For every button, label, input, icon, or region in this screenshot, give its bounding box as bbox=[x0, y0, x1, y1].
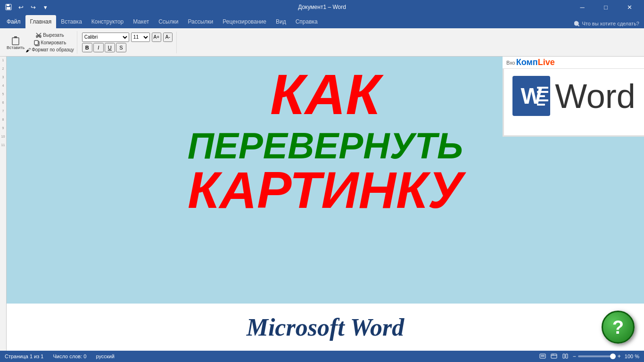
tab-mailings[interactable]: Рассылки bbox=[183, 15, 218, 28]
view-print-icon[interactable] bbox=[539, 353, 546, 360]
tab-layout[interactable]: Макет bbox=[128, 15, 154, 28]
tab-insert[interactable]: Вставка bbox=[56, 15, 87, 28]
zoom-in-icon[interactable]: + bbox=[618, 353, 621, 360]
heading-kartinku: КАРТИНКУ bbox=[188, 164, 463, 216]
view-read-icon[interactable] bbox=[561, 353, 569, 360]
tab-home[interactable]: Главная bbox=[25, 15, 57, 28]
svg-rect-1 bbox=[7, 4, 9, 6]
question-mark-icon: ? bbox=[612, 317, 624, 338]
italic-button[interactable]: I bbox=[93, 43, 104, 52]
ruler-mark-7: 7 bbox=[2, 109, 4, 118]
format-painter-button[interactable]: 🖌 Формат по образцу bbox=[25, 47, 74, 53]
save-icon[interactable] bbox=[4, 2, 13, 12]
ruler-mark-2: 2 bbox=[2, 67, 4, 75]
tab-review[interactable]: Рецензирование bbox=[218, 15, 271, 28]
ruler-mark-8: 8 bbox=[2, 118, 4, 126]
strikethrough-button[interactable]: S bbox=[116, 43, 126, 52]
ruler-mark-10: 10 bbox=[1, 135, 5, 143]
tab-view[interactable]: Вид bbox=[271, 15, 291, 28]
main-canvas: Вхо КомпLive W Word bbox=[7, 57, 644, 351]
minimize-button[interactable]: ─ bbox=[571, 0, 593, 14]
cut-button[interactable]: Вырезать bbox=[35, 32, 64, 39]
close-button[interactable]: ✕ bbox=[619, 0, 640, 14]
word-icon: W bbox=[512, 76, 550, 116]
svg-rect-4 bbox=[14, 36, 17, 38]
svg-rect-14 bbox=[566, 354, 568, 358]
zoom-slider[interactable]: − + bbox=[573, 353, 621, 360]
bold-button[interactable]: B bbox=[82, 43, 92, 52]
statusbar-right: − + 100 % bbox=[539, 353, 639, 360]
ruler-mark-4: 4 bbox=[2, 84, 4, 92]
font-size-select[interactable]: 11 bbox=[131, 33, 150, 42]
svg-rect-10 bbox=[551, 354, 557, 358]
bottom-banner: Microsoft Word ? bbox=[7, 304, 644, 351]
document-content[interactable]: Вхо КомпLive W Word bbox=[7, 57, 644, 351]
font-family-select[interactable]: Calibri bbox=[82, 33, 129, 42]
svg-rect-2 bbox=[7, 7, 10, 9]
help-button[interactable]: ? bbox=[602, 311, 635, 344]
zoom-track[interactable] bbox=[578, 355, 616, 357]
window-controls: ─ □ ✕ bbox=[571, 0, 640, 14]
word-count: Число слов: 0 bbox=[53, 354, 86, 359]
language: русский bbox=[96, 354, 114, 359]
zoom-out-icon[interactable]: − bbox=[573, 353, 576, 360]
ruler-mark-3: 3 bbox=[2, 75, 4, 84]
customize-icon[interactable]: ▾ bbox=[41, 2, 50, 12]
page-info: Страница 1 из 1 bbox=[5, 354, 43, 359]
svg-rect-6 bbox=[34, 41, 38, 45]
paste-button[interactable]: Вставить bbox=[7, 35, 25, 50]
ruler-mark-9: 9 bbox=[2, 126, 4, 135]
heading-perevert: ПЕРЕВЕРНУТЬ bbox=[188, 127, 463, 164]
brand-topbar: Вхо КомпLive bbox=[503, 57, 644, 69]
ruler-mark-11: 11 bbox=[1, 143, 5, 152]
svg-rect-3 bbox=[12, 38, 19, 45]
brand-word-label: Word bbox=[555, 77, 636, 115]
tab-help[interactable]: Справка bbox=[291, 15, 322, 28]
komp-text: Комп bbox=[516, 58, 538, 67]
document-title: Документ1 – Word bbox=[298, 4, 346, 10]
live-text: Live bbox=[538, 58, 555, 67]
vxod-label: Вхо bbox=[506, 60, 515, 66]
ribbon-tabs-bar: Файл Главная Вставка Конструктор Макет С… bbox=[0, 14, 644, 28]
komplive-brand-text: КомпLive bbox=[516, 58, 555, 67]
zoom-thumb bbox=[610, 354, 616, 359]
tell-me-label: Что вы хотите сделать? bbox=[582, 21, 639, 26]
increase-font-button[interactable]: A+ bbox=[152, 33, 161, 42]
maximize-button[interactable]: □ bbox=[595, 0, 617, 14]
heading-kak: КАК bbox=[270, 66, 380, 123]
microsoft-word-text: Microsoft Word bbox=[247, 313, 405, 341]
ruler-left: 1 2 3 4 5 6 7 8 9 10 11 bbox=[0, 57, 7, 351]
document-area: 1 2 3 4 5 6 7 8 9 10 11 Вхо КомпLive W bbox=[0, 57, 644, 351]
status-bar: Страница 1 из 1 Число слов: 0 русский − … bbox=[0, 351, 644, 362]
title-bar: ↩ ↪ ▾ Документ1 – Word ─ □ ✕ bbox=[0, 0, 644, 14]
decrease-font-button[interactable]: A- bbox=[163, 33, 173, 42]
word-icon-letter: W bbox=[520, 83, 542, 109]
ruler-mark-6: 6 bbox=[2, 101, 4, 109]
copy-button[interactable]: Копировать bbox=[33, 40, 66, 46]
ruler-mark-5: 5 bbox=[2, 92, 4, 101]
tab-references[interactable]: Ссылки bbox=[154, 15, 183, 28]
view-web-icon[interactable] bbox=[550, 353, 558, 360]
tab-design[interactable]: Конструктор bbox=[87, 15, 128, 28]
ruler-mark-1: 1 bbox=[2, 58, 4, 67]
tab-file[interactable]: Файл bbox=[2, 15, 25, 28]
quick-access-toolbar: ↩ ↪ ▾ bbox=[4, 2, 50, 12]
tell-me-search[interactable]: Что вы хотите сделать? bbox=[574, 21, 644, 28]
svg-rect-13 bbox=[563, 354, 565, 358]
redo-icon[interactable]: ↪ bbox=[28, 2, 38, 12]
ribbon-toolbar: Вставить Вырезать Копировать 🖌 Формат по… bbox=[0, 28, 644, 57]
undo-icon[interactable]: ↩ bbox=[16, 2, 25, 12]
underline-button[interactable]: U bbox=[105, 43, 115, 52]
zoom-level: 100 % bbox=[625, 354, 639, 359]
